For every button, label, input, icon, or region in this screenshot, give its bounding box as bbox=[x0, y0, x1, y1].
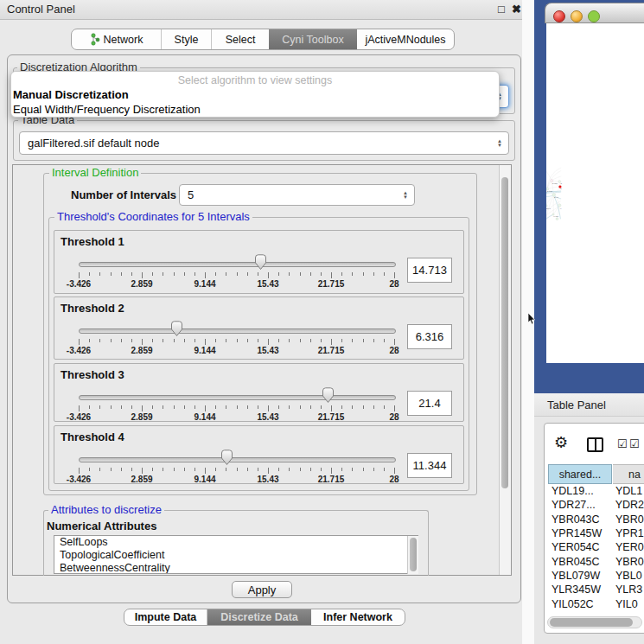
table-row[interactable]: YER054CYER0 bbox=[548, 540, 644, 554]
threshold-value-field[interactable]: 21.4 bbox=[407, 391, 452, 416]
network-node-GAL80[interactable] bbox=[551, 179, 553, 182]
threshold-value-field[interactable]: 6.316 bbox=[407, 324, 452, 349]
table-cell-shared-name[interactable]: YBR043C bbox=[548, 513, 612, 526]
threshold-slider-track[interactable] bbox=[79, 457, 396, 462]
table-row[interactable]: YDL19...YDL1 bbox=[548, 484, 644, 498]
table-cell-name[interactable]: YLR3 bbox=[612, 583, 642, 596]
num-intervals-label: Number of Intervals bbox=[71, 188, 176, 201]
table-cell-name[interactable]: YPR1 bbox=[612, 527, 644, 539]
table-panel-title: Table Panel bbox=[547, 399, 606, 411]
numerical-attributes-list[interactable]: SelfLoopsTopologicalCoefficientBetweenne… bbox=[54, 535, 418, 574]
table-row[interactable]: YLR345WYLR3 bbox=[548, 583, 644, 596]
attribute-list-item[interactable]: TopologicalCoefficient bbox=[54, 549, 418, 562]
threshold-slider-track[interactable] bbox=[79, 262, 396, 267]
table-cell-shared-name[interactable]: YDL19... bbox=[548, 485, 612, 497]
table-row[interactable]: YPR145WYPR1 bbox=[548, 526, 644, 540]
slider-tick bbox=[300, 272, 301, 276]
tab-infer-network[interactable]: Infer Network bbox=[311, 609, 405, 625]
table-cell-shared-name[interactable]: YIL052C bbox=[548, 598, 612, 610]
tab-impute-data[interactable]: Impute Data bbox=[124, 609, 207, 625]
tab-jactivemnodules[interactable]: jActiveMNodules bbox=[357, 29, 454, 49]
slider-tick bbox=[237, 405, 238, 409]
vertical-scrollbar-thumb[interactable] bbox=[501, 177, 508, 488]
dropdown-option-1[interactable]: Manual Discretization bbox=[13, 88, 129, 101]
threshold-box-1: Threshold 1-3.4262.8599.14415.4321.71528… bbox=[54, 230, 464, 294]
threshold-slider-thumb[interactable] bbox=[170, 321, 183, 341]
attributes-list-scrollbar-thumb[interactable] bbox=[410, 538, 417, 571]
dropdown-option-2[interactable]: Equal Width/Frequency Discretization bbox=[13, 103, 201, 116]
column-header-shared-name[interactable]: shared... bbox=[548, 464, 612, 484]
table-cell-name[interactable]: YDL1 bbox=[612, 485, 642, 497]
close-traffic-light[interactable] bbox=[553, 10, 565, 22]
network-node-partial[interactable] bbox=[556, 218, 558, 220]
table-row[interactable]: YBR045CYBR0 bbox=[548, 554, 644, 568]
slider-tick bbox=[163, 468, 163, 471]
select-all-checkbox-icon[interactable]: ☑ bbox=[617, 437, 628, 450]
network-node-HAP2[interactable] bbox=[552, 214, 554, 215]
table-row[interactable]: YDR27...YDR2 bbox=[548, 498, 644, 512]
table-panel-titlebar: Table Panel bbox=[534, 393, 644, 417]
attribute-list-item[interactable]: BetweennessCentrality bbox=[54, 562, 418, 574]
threshold-label: Threshold 1 bbox=[61, 235, 124, 248]
slider-tick bbox=[341, 468, 342, 471]
minimize-traffic-light[interactable] bbox=[571, 10, 583, 22]
interval-definition-label: Interval Definition bbox=[49, 167, 141, 178]
num-intervals-combobox[interactable]: 5 ▲▼ bbox=[179, 184, 415, 206]
threshold-slider-thumb[interactable] bbox=[254, 254, 267, 274]
tab-cyni-toolbox[interactable]: Cyni Toolbox bbox=[269, 29, 357, 49]
apply-button[interactable]: Apply bbox=[232, 581, 292, 598]
network-node-GCY1[interactable] bbox=[546, 205, 547, 207]
slider-tick-label: 9.144 bbox=[179, 412, 231, 422]
tab-style[interactable]: Style bbox=[162, 29, 212, 49]
slider-tick bbox=[363, 339, 364, 342]
threshold-slider-track[interactable] bbox=[79, 328, 396, 334]
tab-select[interactable]: Select bbox=[212, 29, 269, 49]
network-node-G[interactable] bbox=[558, 181, 561, 183]
threshold-value-field[interactable]: 11.344 bbox=[407, 453, 452, 478]
table-data-combobox[interactable]: galFiltered.sif default node ▲▼ bbox=[19, 131, 509, 155]
table-cell-name[interactable]: YBR0 bbox=[612, 556, 644, 568]
tab-discretize-data[interactable]: Discretize Data bbox=[207, 609, 311, 625]
slider-tick bbox=[131, 468, 132, 471]
table-cell-name[interactable]: YBR0 bbox=[612, 513, 644, 526]
threshold-value-field[interactable]: 14.713 bbox=[407, 258, 452, 283]
table-cell-name[interactable]: YIL0 bbox=[612, 598, 638, 610]
network-node-GAL4[interactable] bbox=[552, 194, 556, 197]
table-horizontal-scrollbar-thumb[interactable] bbox=[550, 618, 633, 627]
slider-tick-label: 9.144 bbox=[179, 346, 231, 355]
threshold-slider-thumb[interactable] bbox=[220, 450, 233, 469]
slider-tick bbox=[321, 468, 322, 471]
slider-tick bbox=[373, 405, 374, 409]
network-window-titlebar[interactable] bbox=[545, 3, 644, 23]
table-row[interactable]: YBL079WYBL0 bbox=[548, 569, 644, 583]
table-cell-shared-name[interactable]: YDR27... bbox=[548, 499, 612, 511]
table-cell-name[interactable]: YER0 bbox=[612, 541, 644, 553]
dropdown-placeholder[interactable]: Select algorithm to view settings bbox=[11, 74, 499, 86]
table-cell-name[interactable]: YDR2 bbox=[612, 499, 644, 511]
close-icon[interactable]: ✖ bbox=[512, 3, 521, 16]
table-cell-shared-name[interactable]: YPR145W bbox=[548, 527, 612, 539]
select-all-checkbox-icon-2[interactable]: ☑ bbox=[629, 437, 640, 450]
table-cell-shared-name[interactable]: YLR345W bbox=[548, 583, 612, 596]
float-window-icon[interactable]: □ bbox=[498, 3, 505, 16]
table-cell-shared-name[interactable]: YBR045C bbox=[548, 556, 612, 568]
table-row[interactable]: YIL052CYIL0 bbox=[548, 596, 644, 610]
network-node-C[interactable] bbox=[558, 185, 561, 188]
tab-network[interactable]: Network bbox=[72, 29, 162, 49]
attribute-list-item[interactable]: SelfLoops bbox=[54, 536, 418, 549]
threshold-slider-track[interactable] bbox=[79, 395, 396, 400]
slider-tick bbox=[152, 405, 153, 409]
column-header-name[interactable]: na bbox=[613, 464, 644, 484]
table-row[interactable]: YBR043CYBR0 bbox=[548, 513, 644, 526]
slider-tick bbox=[278, 405, 279, 409]
combo-spinner-icon: ▲▼ bbox=[497, 139, 508, 148]
threshold-slider-thumb[interactable] bbox=[322, 387, 335, 407]
table-cell-shared-name[interactable]: YER054C bbox=[548, 541, 612, 553]
zoom-traffic-light[interactable] bbox=[588, 10, 600, 22]
network-node-H[interactable] bbox=[558, 204, 561, 207]
table-horizontal-scrollbar[interactable] bbox=[547, 616, 642, 628]
table-cell-name[interactable]: YBL0 bbox=[612, 570, 642, 582]
table-cell-shared-name[interactable]: YBL079W bbox=[548, 570, 612, 582]
gear-icon[interactable]: ⚙ bbox=[554, 435, 568, 450]
columns-icon[interactable] bbox=[587, 437, 603, 452]
